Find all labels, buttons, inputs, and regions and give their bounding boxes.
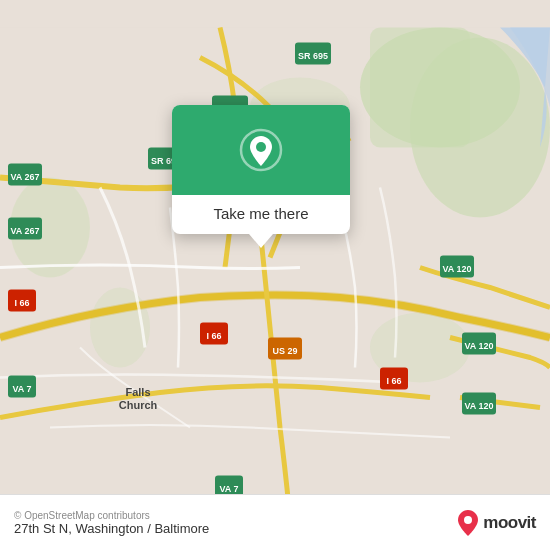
popup-card: Take me there — [172, 105, 350, 234]
location-label: 27th St N, Washington / Baltimore — [14, 521, 209, 536]
bottom-left-info: © OpenStreetMap contributors 27th St N, … — [14, 510, 209, 536]
svg-text:VA 7: VA 7 — [12, 384, 31, 394]
svg-text:VA 267: VA 267 — [10, 226, 39, 236]
moovit-pin-icon — [457, 509, 479, 537]
svg-text:VA 120: VA 120 — [464, 401, 493, 411]
svg-text:I 66: I 66 — [206, 331, 221, 341]
svg-text:Falls: Falls — [125, 386, 150, 398]
svg-text:VA 7: VA 7 — [219, 484, 238, 494]
svg-text:Church: Church — [119, 399, 158, 411]
map-background: VA 267 SR 695 VA 309 VA 267 SR 695 I 66 … — [0, 0, 550, 550]
moovit-logo: moovit — [457, 509, 536, 537]
location-pin-icon — [239, 128, 283, 172]
svg-point-39 — [256, 142, 266, 152]
svg-text:VA 267: VA 267 — [10, 172, 39, 182]
svg-point-40 — [464, 516, 472, 524]
take-me-there-button[interactable]: Take me there — [213, 205, 308, 222]
svg-text:I 66: I 66 — [14, 298, 29, 308]
svg-text:VA 120: VA 120 — [464, 341, 493, 351]
popup-green-section — [172, 105, 350, 195]
svg-rect-5 — [370, 28, 470, 148]
svg-text:SR 695: SR 695 — [298, 51, 328, 61]
svg-text:I 66: I 66 — [386, 376, 401, 386]
map-container: VA 267 SR 695 VA 309 VA 267 SR 695 I 66 … — [0, 0, 550, 550]
svg-text:VA 120: VA 120 — [442, 264, 471, 274]
popup-button-area[interactable]: Take me there — [172, 195, 350, 234]
copyright-text: © OpenStreetMap contributors — [14, 510, 209, 521]
bottom-bar: © OpenStreetMap contributors 27th St N, … — [0, 494, 550, 550]
svg-text:US 29: US 29 — [272, 346, 297, 356]
moovit-brand-text: moovit — [483, 513, 536, 533]
